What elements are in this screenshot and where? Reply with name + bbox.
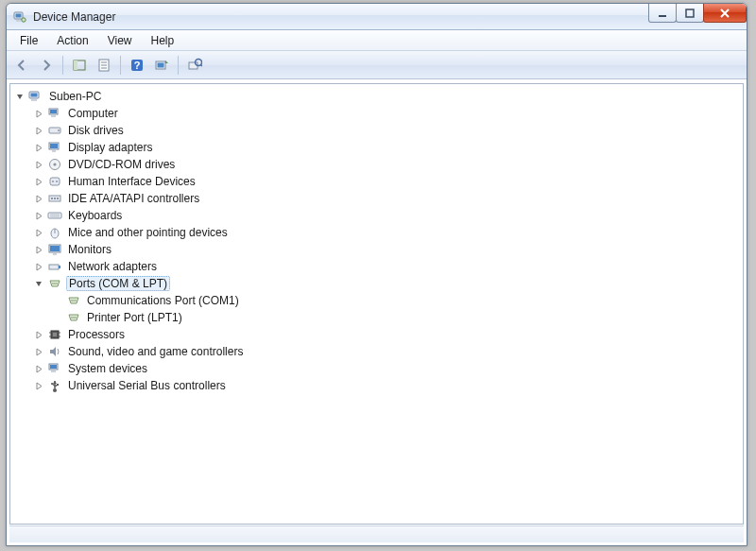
expand-icon[interactable] [33,142,44,153]
svg-point-3 [22,17,26,21]
tree-item-lpt1[interactable]: Printer Port (LPT1) [14,309,739,326]
svg-rect-1 [16,13,22,17]
expand-icon[interactable] [33,346,44,357]
tree-item-processors[interactable]: Processors [14,326,739,343]
tree-label: Network adapters [66,259,159,274]
show-hide-tree-button[interactable] [68,54,91,77]
svg-point-50 [54,283,56,284]
expand-icon[interactable] [33,227,44,238]
svg-point-54 [75,300,77,301]
titlebar[interactable]: Device Manager [7,4,747,30]
svg-rect-48 [59,266,60,268]
close-button[interactable] [703,4,747,23]
svg-point-56 [73,317,75,319]
tree-label: Communications Port (COM1) [85,293,241,308]
menu-help[interactable]: Help [142,32,184,49]
expand-icon[interactable] [33,125,44,136]
svg-rect-59 [53,333,57,336]
svg-rect-36 [51,198,53,199]
tree-label: System devices [66,361,149,376]
tree-item-system[interactable]: System devices [14,360,739,377]
svg-point-31 [53,163,56,165]
svg-rect-45 [50,246,60,251]
expand-icon[interactable] [33,108,44,119]
system-devices-icon [47,361,62,376]
tree-root[interactable]: Suben-PC [14,88,739,105]
svg-point-55 [71,317,73,319]
svg-rect-15 [158,62,164,67]
maximize-button[interactable] [676,4,704,23]
processor-icon [47,327,62,342]
tree-item-keyboards[interactable]: Keyboards [14,207,739,224]
uninstall-button[interactable] [183,54,206,77]
tree-item-display-adapters[interactable]: Display adapters [14,139,739,156]
expand-icon[interactable] [33,193,44,204]
expand-icon[interactable] [33,176,44,187]
back-button[interactable] [10,54,33,77]
tree-label: Sound, video and game controllers [66,344,245,359]
usb-icon [47,378,62,393]
expand-icon[interactable] [33,380,44,391]
serial-port-icon [66,293,81,308]
svg-line-18 [201,64,203,66]
svg-rect-5 [686,9,694,17]
parallel-port-icon [66,310,81,325]
collapse-icon[interactable] [33,278,44,289]
tree-label: Printer Port (LPT1) [85,310,184,325]
svg-rect-20 [31,94,38,97]
collapse-icon[interactable] [14,91,26,102]
toolbar-separator [62,56,63,75]
tree-item-usb[interactable]: Universal Serial Bus controllers [14,377,739,394]
tree-item-sound[interactable]: Sound, video and game controllers [14,343,739,360]
menu-action[interactable]: Action [47,32,97,49]
tree-item-com1[interactable]: Communications Port (COM1) [14,292,739,309]
expand-icon[interactable] [33,210,44,221]
tree-label: Disk drives [66,123,126,138]
tree-item-monitors[interactable]: Monitors [14,241,739,258]
tree-item-computer[interactable]: Computer [14,105,739,122]
svg-rect-28 [50,144,58,148]
svg-rect-4 [659,15,666,17]
tree-label: Processors [66,327,127,342]
tree-item-ports[interactable]: Ports (COM & LPT) [14,275,739,292]
svg-point-33 [52,181,54,182]
properties-button[interactable] [93,54,115,77]
tree-item-hid[interactable]: Human Interface Devices [14,173,739,190]
menu-file[interactable]: File [10,32,47,49]
expand-icon[interactable] [33,159,44,170]
scan-hardware-button[interactable] [150,54,173,77]
tree-item-dvd-cd[interactable]: DVD/CD-ROM drives [14,156,739,173]
ide-controller-icon [47,191,62,206]
tree-item-disk-drives[interactable]: Disk drives [14,122,739,139]
svg-rect-37 [54,198,56,199]
expand-icon[interactable] [33,244,44,255]
tree-label: Mice and other pointing devices [66,225,230,240]
expand-icon[interactable] [33,363,44,374]
svg-rect-65 [50,365,57,369]
sound-icon [47,344,62,359]
svg-point-34 [56,181,58,182]
statusbar [9,525,744,542]
tree-item-network[interactable]: Network adapters [14,258,739,275]
svg-rect-46 [53,253,57,255]
window-title: Device Manager [33,10,115,24]
help-button[interactable]: ? [126,54,148,77]
minimize-button[interactable] [648,4,677,23]
display-adapter-icon [47,140,62,155]
optical-drive-icon [47,157,62,172]
device-tree[interactable]: Suben-PC Computer Disk drives Display ad… [9,83,744,525]
expand-icon[interactable] [33,261,44,272]
device-manager-window: Device Manager File Action View Help [6,3,747,546]
svg-rect-24 [51,115,56,117]
tree-item-mice[interactable]: Mice and other pointing devices [14,224,739,241]
tree-label: Universal Serial Bus controllers [66,378,228,393]
tree-label: DVD/CD-ROM drives [66,157,177,172]
tree-label: Display adapters [66,140,154,155]
keyboard-icon [47,208,62,223]
svg-rect-70 [57,384,59,386]
menu-view[interactable]: View [98,32,142,49]
tree-item-ide[interactable]: IDE ATA/ATAPI controllers [14,190,739,207]
expand-icon[interactable] [33,329,44,340]
forward-button[interactable] [35,54,58,77]
svg-text:?: ? [134,60,141,71]
